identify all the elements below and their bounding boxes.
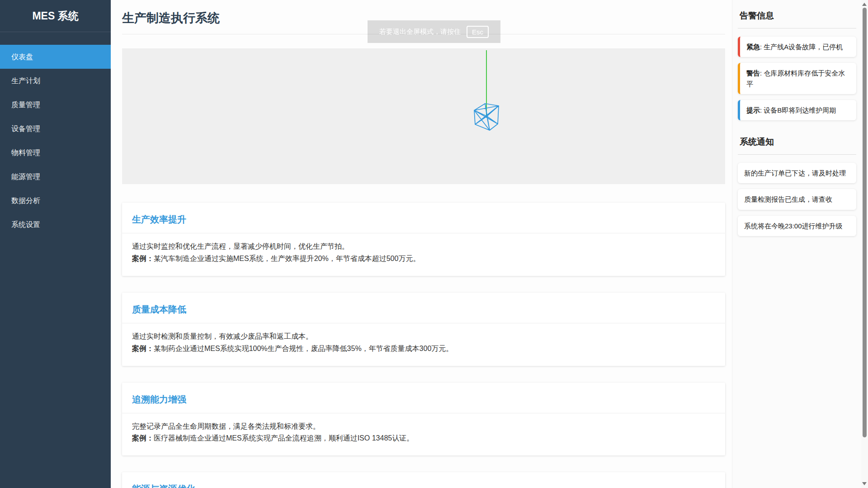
card-description: 通过实时监控和优化生产流程，显著减少停机时间，优化生产节拍。 — [132, 241, 715, 253]
card-title: 质量成本降低 — [122, 293, 725, 323]
sidebar-nav: 仪表盘 生产计划 质量管理 设备管理 物料管理 能源管理 数据分析 系统设置 — [0, 45, 111, 237]
sidebar: MES 系统 仪表盘 生产计划 质量管理 设备管理 物料管理 能源管理 数据分析… — [0, 0, 111, 488]
sidebar-item-quality[interactable]: 质量管理 — [0, 93, 111, 117]
alert-item-warning: 警告: 仓库原材料库存低于安全水平 — [738, 63, 856, 94]
sidebar-item-production-plan[interactable]: 生产计划 — [0, 69, 111, 93]
alerts-list: 紧急: 生产线A设备故障，已停机 警告: 仓库原材料库存低于安全水平 提示: 设… — [738, 37, 856, 120]
sidebar-item-material[interactable]: 物料管理 — [0, 141, 111, 165]
3d-scene-svg — [122, 48, 725, 184]
sidebar-item-energy[interactable]: 能源管理 — [0, 165, 111, 189]
card-body: 完整记录产品全生命周期数据，满足各类法规和标准要求。 案例：医疗器械制造企业通过… — [122, 413, 725, 456]
case-text: 某汽车制造企业通过实施MES系统，生产效率提升20%，年节省成本超过500万元。 — [154, 255, 420, 262]
alert-item-critical: 紧急: 生产线A设备故障，已停机 — [738, 37, 856, 57]
esc-key-badge: Esc — [467, 26, 489, 38]
alert-level: 警告 — [746, 69, 760, 77]
app-title: MES 系统 — [0, 0, 111, 32]
case-label: 案例： — [132, 345, 154, 352]
sidebar-item-data-analysis[interactable]: 数据分析 — [0, 189, 111, 213]
sidebar-item-settings[interactable]: 系统设置 — [0, 213, 111, 237]
feature-card-traceability: 追溯能力增强 完整记录产品全生命周期数据，满足各类法规和标准要求。 案例：医疗器… — [122, 383, 725, 456]
case-label: 案例： — [132, 255, 154, 262]
card-description: 完整记录产品全生命周期数据，满足各类法规和标准要求。 — [132, 421, 715, 433]
sidebar-item-dashboard[interactable]: 仪表盘 — [0, 45, 111, 69]
case-label: 案例： — [132, 434, 154, 442]
card-case: 案例：某汽车制造企业通过实施MES系统，生产效率提升20%，年节省成本超过500… — [132, 253, 715, 265]
card-description: 通过实时检测和质量控制，有效减少废品率和返工成本。 — [132, 331, 715, 343]
scrollbar-down-arrow-icon[interactable] — [862, 482, 867, 485]
scrollbar-thumb[interactable] — [863, 8, 867, 437]
card-title: 生产效率提升 — [122, 203, 725, 233]
3d-viewport[interactable] — [122, 48, 725, 184]
notification-item: 质量检测报告已生成，请查收 — [738, 189, 856, 209]
card-title: 追溯能力增强 — [122, 383, 725, 413]
case-text: 某制药企业通过MES系统实现100%生产合规性，废品率降低35%，年节省质量成本… — [154, 345, 453, 352]
card-case: 案例：医疗器械制造企业通过MES系统实现产品全流程追溯，顺利通过ISO 1348… — [132, 432, 715, 445]
notification-item: 系统将在今晚23:00进行维护升级 — [738, 216, 856, 236]
scrollbar-up-arrow-icon[interactable] — [862, 3, 867, 6]
feature-card-energy: 能源与资源优化 — [122, 472, 725, 488]
alert-text: 生产线A设备故障，已停机 — [764, 43, 843, 51]
card-body: 通过实时监控和优化生产流程，显著减少停机时间，优化生产节拍。 案例：某汽车制造企… — [122, 233, 725, 276]
card-title: 能源与资源优化 — [122, 472, 725, 488]
main-content: 生产制造执行系统 生产效率提升 通过实时监控和优化生产流程，显著减少停机时间，优… — [111, 0, 732, 488]
alert-item-info: 提示: 设备B即将到达维护周期 — [738, 100, 856, 120]
alerts-heading: 告警信息 — [738, 10, 856, 28]
notifications-list: 新的生产订单已下达，请及时处理 质量检测报告已生成，请查收 系统将在今晚23:0… — [738, 163, 856, 236]
card-case: 案例：某制药企业通过MES系统实现100%生产合规性，废品率降低35%，年节省质… — [132, 343, 715, 355]
alert-level: 紧急 — [746, 43, 760, 51]
card-body: 通过实时检测和质量控制，有效减少废品率和返工成本。 案例：某制药企业通过MES系… — [122, 323, 725, 366]
feature-card-quality-cost: 质量成本降低 通过实时检测和质量控制，有效减少废品率和返工成本。 案例：某制药企… — [122, 293, 725, 366]
notification-item: 新的生产订单已下达，请及时处理 — [738, 163, 856, 183]
alert-level: 提示 — [746, 106, 760, 114]
sidebar-item-equipment[interactable]: 设备管理 — [0, 117, 111, 141]
feature-card-efficiency: 生产效率提升 通过实时监控和优化生产流程，显著减少停机时间，优化生产节拍。 案例… — [122, 203, 725, 276]
notifications-heading: 系统通知 — [738, 136, 856, 155]
fullscreen-exit-toast: 若要退出全屏模式，请按住 Esc — [368, 20, 500, 43]
page-scrollbar[interactable] — [861, 0, 868, 488]
right-panel: 告警信息 紧急: 生产线A设备故障，已停机 警告: 仓库原材料库存低于安全水平 … — [732, 0, 868, 488]
alert-text: 设备B即将到达维护周期 — [764, 106, 836, 114]
toast-text: 若要退出全屏模式，请按住 — [379, 28, 461, 36]
case-text: 医疗器械制造企业通过MES系统实现产品全流程追溯，顺利通过ISO 13485认证… — [154, 434, 414, 442]
